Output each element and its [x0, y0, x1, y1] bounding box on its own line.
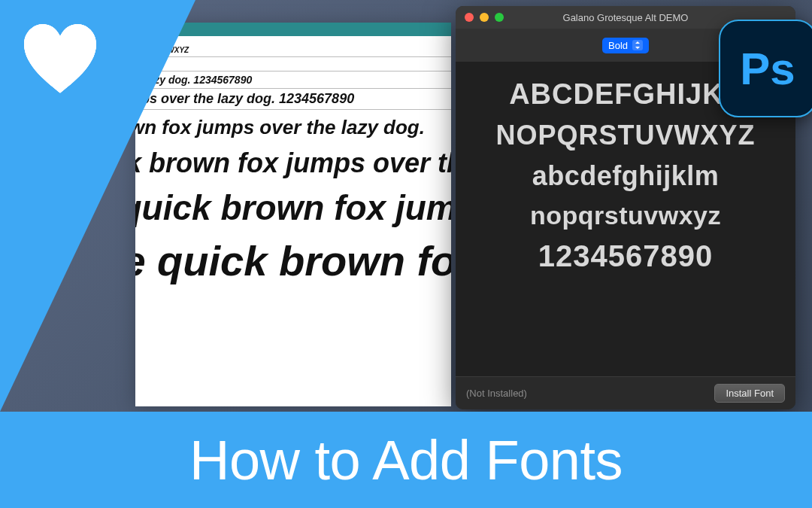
photoshop-label: Ps	[740, 43, 795, 95]
glyph-line-lower-a: abcdefghijklm	[532, 160, 720, 192]
headline-bar: How to Add Fonts	[0, 412, 812, 508]
glyph-line-digits: 1234567890	[538, 239, 713, 273]
font-window-footer: (Not Installed) Install Font	[456, 376, 795, 409]
font-weight-select[interactable]: Bold	[602, 38, 649, 53]
close-icon[interactable]	[465, 13, 474, 22]
install-font-button[interactable]: Install Font	[714, 384, 785, 403]
zoom-icon[interactable]	[495, 13, 504, 22]
install-status: (Not Installed)	[466, 388, 527, 399]
glyph-line-upper-a: ABCDEFGHIJKL	[509, 78, 742, 111]
font-weight-label: Bold	[608, 40, 628, 51]
heart-icon	[15, 14, 105, 104]
glyph-line-upper-b: NOPQRSTUVWXYZ	[495, 120, 755, 151]
chevron-updown-icon	[632, 40, 643, 50]
minimize-icon[interactable]	[480, 13, 489, 22]
headline-text: How to Add Fonts	[189, 428, 623, 492]
glyph-line-lower-b: nopqrstuvwxyz	[530, 201, 721, 230]
photoshop-badge: Ps	[719, 20, 812, 117]
